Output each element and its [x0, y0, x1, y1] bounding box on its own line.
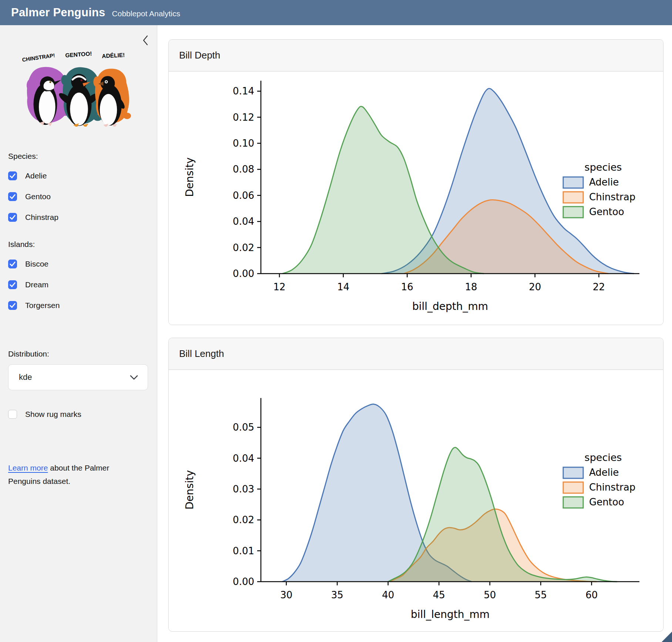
rug-marks-label: Show rug marks — [25, 410, 81, 419]
check-icon — [10, 303, 16, 308]
gentoo-penguin-art — [57, 67, 102, 127]
app-subtitle: Cobblepot Analytics — [112, 9, 180, 18]
x-tick-label: 20 — [529, 281, 541, 292]
check-icon — [10, 215, 16, 220]
checkbox-label: Chinstrap — [25, 213, 58, 222]
x-tick-label: 45 — [433, 589, 445, 601]
y-tick-label: 0.10 — [233, 138, 254, 149]
y-tick-label: 0.02 — [233, 242, 254, 253]
checkbox-label: Adelie — [25, 171, 47, 180]
bill-depth-card-header: Bill Depth — [169, 40, 663, 71]
y-tick-label: 0.12 — [233, 112, 254, 123]
legend-label-gentoo: Gentoo — [589, 206, 624, 217]
learn-more-text: Learn more about the Palmer Penguins dat… — [8, 461, 138, 488]
distribution-select[interactable]: kde — [8, 364, 148, 390]
y-tick-label: 0.08 — [233, 164, 254, 175]
x-axis-label: bill_depth_mm — [412, 300, 488, 312]
checkbox[interactable] — [8, 410, 17, 419]
x-tick-label: 35 — [331, 589, 343, 601]
legend-label-adelie: Adelie — [589, 467, 619, 478]
check-icon — [10, 173, 16, 178]
x-tick-label: 16 — [401, 281, 413, 292]
checkbox[interactable] — [8, 213, 17, 222]
artwork-chinstrap-label: CHINSTRAP! — [22, 52, 56, 63]
y-tick-label: 0.14 — [233, 86, 254, 97]
x-tick-label: 55 — [535, 589, 547, 601]
species-checkbox-chinstrap[interactable]: Chinstrap — [8, 212, 157, 223]
y-axis-label: Density — [184, 157, 196, 197]
main-content: Bill Depth 1214161820220.000.020.040.060… — [157, 25, 672, 642]
legend-swatch-adelie — [563, 467, 583, 478]
legend-swatch-chinstrap — [563, 192, 583, 203]
legend-swatch-gentoo — [563, 207, 583, 218]
distribution-selected-value: kde — [19, 372, 32, 382]
checkbox[interactable] — [8, 192, 17, 201]
artwork-adelie-label: ADÉLIE! — [102, 52, 125, 59]
artwork-gentoo-label: GENTOO! — [65, 50, 92, 58]
species-label: Species: — [8, 152, 157, 161]
bill-depth-card: Bill Depth 1214161820220.000.020.040.060… — [168, 39, 663, 325]
x-tick-label: 50 — [484, 589, 496, 601]
legend-swatch-adelie — [563, 177, 583, 188]
y-tick-label: 0.00 — [233, 576, 254, 587]
check-icon — [10, 261, 16, 267]
legend-label-adelie: Adelie — [589, 177, 619, 188]
sidebar-collapse-button[interactable] — [140, 34, 151, 47]
species-checkbox-adelie[interactable]: Adelie — [8, 170, 157, 181]
x-tick-label: 30 — [280, 589, 292, 601]
y-axis-label: Density — [184, 470, 196, 509]
learn-more-link[interactable]: Learn more — [8, 464, 48, 472]
y-tick-label: 0.02 — [233, 514, 254, 525]
legend-swatch-gentoo — [563, 497, 583, 508]
checkbox-label: Biscoe — [25, 260, 48, 268]
x-tick-label: 60 — [585, 589, 598, 601]
check-icon — [10, 412, 16, 417]
y-tick-label: 0.01 — [233, 545, 254, 556]
x-tick-label: 14 — [337, 281, 349, 292]
checkbox-label: Torgersen — [25, 301, 60, 310]
checkbox[interactable] — [8, 260, 17, 268]
app-title: Palmer Penguins — [11, 6, 105, 19]
chevron-down-icon — [130, 375, 138, 380]
island-checkbox-biscoe[interactable]: Biscoe — [8, 258, 157, 270]
y-tick-label: 0.00 — [233, 268, 254, 279]
legend-label-chinstrap: Chinstrap — [589, 191, 635, 203]
y-tick-label: 0.05 — [233, 422, 254, 433]
species-checkbox-gentoo[interactable]: Gentoo — [8, 191, 157, 202]
bill-length-card-title: Bill Length — [179, 348, 224, 360]
x-axis-label: bill_length_mm — [411, 608, 490, 621]
distribution-label: Distribution: — [8, 350, 157, 358]
legend-title: species — [585, 452, 622, 463]
y-tick-label: 0.04 — [233, 453, 254, 464]
x-tick-label: 40 — [382, 589, 394, 601]
app-header: Palmer Penguins Cobblepot Analytics — [0, 0, 672, 25]
checkbox[interactable] — [8, 280, 17, 289]
x-tick-label: 22 — [593, 281, 605, 292]
islands-label: Islands: — [8, 240, 157, 249]
y-tick-label: 0.03 — [233, 484, 254, 495]
legend-label-chinstrap: Chinstrap — [589, 482, 635, 493]
bill-depth-plot: 1214161820220.000.020.040.060.080.100.12… — [169, 71, 663, 325]
island-checkbox-dream[interactable]: Dream — [8, 279, 157, 290]
checkbox-label: Dream — [25, 280, 48, 289]
island-checkbox-torgersen[interactable]: Torgersen — [8, 300, 157, 311]
penguins-artwork: CHINSTRAP! GENTOO! ADÉLIE! — [10, 46, 136, 127]
checkbox[interactable] — [8, 301, 17, 310]
bill-length-card-body: 303540455055600.000.010.020.030.040.05De… — [169, 370, 663, 631]
legend-label-gentoo: Gentoo — [589, 496, 624, 508]
x-tick-label: 18 — [465, 281, 477, 292]
rug-marks-checkbox[interactable]: Show rug marks — [8, 409, 157, 420]
resize-corner — [662, 632, 672, 642]
chevron-left-icon — [142, 35, 149, 46]
bill-length-card-header: Bill Length — [169, 338, 663, 370]
y-tick-label: 0.06 — [233, 190, 254, 201]
sidebar: CHINSTRAP! GENTOO! ADÉLIE! Species: Adel… — [0, 25, 157, 642]
bill-depth-card-title: Bill Depth — [179, 50, 220, 61]
bill-depth-card-body: 1214161820220.000.020.040.060.080.100.12… — [169, 71, 663, 325]
bill-length-card: Bill Length 303540455055600.000.010.020.… — [168, 338, 663, 632]
legend-swatch-chinstrap — [563, 482, 583, 493]
checkbox[interactable] — [8, 171, 17, 180]
check-icon — [10, 194, 16, 199]
check-icon — [10, 282, 16, 287]
y-tick-label: 0.04 — [233, 216, 254, 227]
